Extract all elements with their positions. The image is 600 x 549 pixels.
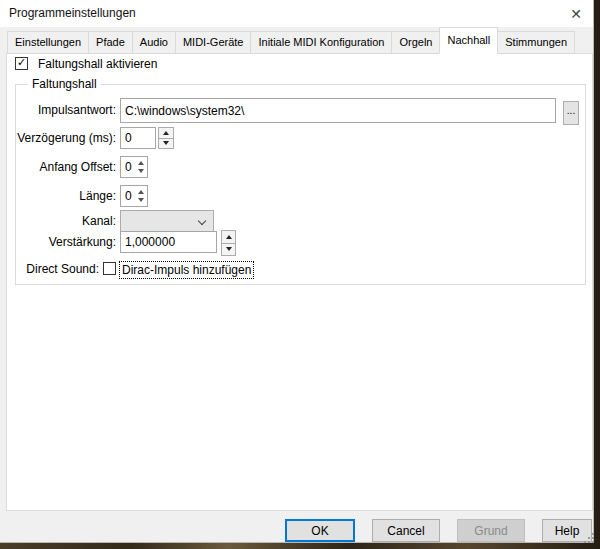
laenge-value: 0 <box>125 186 132 206</box>
tab-pfade[interactable]: Pfade <box>88 31 133 54</box>
laenge-spinner[interactable] <box>135 187 146 205</box>
window-title: Programmeinstellungen <box>9 0 136 27</box>
verzoegerung-input[interactable] <box>120 127 156 149</box>
tab-audio[interactable]: Audio <box>132 31 176 54</box>
spin-up-button[interactable] <box>222 231 235 243</box>
laenge-label: Länge: <box>7 185 116 207</box>
direct-sound-label: Direct Sound: <box>7 262 99 277</box>
anfang-offset-input[interactable]: 0 <box>120 156 148 178</box>
down-arrow-icon <box>163 141 169 145</box>
cancel-button[interactable]: Cancel <box>372 519 440 542</box>
kanal-dropdown[interactable] <box>120 210 214 232</box>
settings-dialog: Programmeinstellungen ✕ Einstellungen Pf… <box>0 0 594 543</box>
anfang-offset-label: Anfang Offset: <box>7 156 116 178</box>
grund-button[interactable]: Grund <box>457 519 525 542</box>
tab-nachhall[interactable]: Nachhall <box>439 27 498 54</box>
group-title: Faltungshall <box>28 77 101 91</box>
down-arrow-icon <box>226 247 232 251</box>
tab-orgeln[interactable]: Orgeln <box>391 31 440 54</box>
laenge-input[interactable]: 0 <box>120 185 148 207</box>
faltungshall-aktivieren-checkbox[interactable]: ✓ <box>15 57 28 70</box>
anfang-offset-value: 0 <box>125 157 132 177</box>
anfang-offset-spinner[interactable] <box>135 158 146 176</box>
dirac-impuls-checkbox[interactable] <box>103 262 116 275</box>
dirac-impuls-checkbox-label[interactable]: Dirac-Impuls hinzufügen <box>119 261 254 279</box>
title-bar[interactable]: Programmeinstellungen ✕ <box>0 0 593 27</box>
tab-initiale-midi-konfiguration[interactable]: Initiale MIDI Konfiguration <box>250 31 392 54</box>
up-arrow-icon <box>138 161 144 165</box>
verstaerkung-spinner[interactable] <box>221 230 236 256</box>
tab-stimmungen[interactable]: Stimmungen <box>497 31 575 54</box>
down-arrow-icon <box>138 169 144 173</box>
resize-grip[interactable] <box>584 533 594 543</box>
impulsantwort-input[interactable] <box>120 98 556 123</box>
spin-down-button[interactable] <box>222 243 235 256</box>
ok-button[interactable]: OK <box>285 519 355 542</box>
tab-strip: Einstellungen Pfade Audio MIDI-Geräte In… <box>7 27 575 54</box>
up-arrow-icon <box>138 190 144 194</box>
spin-up-button[interactable] <box>159 128 173 138</box>
up-arrow-icon <box>163 131 169 135</box>
check-icon: ✓ <box>17 56 26 68</box>
kanal-label: Kanal: <box>7 210 116 232</box>
verstaerkung-input[interactable] <box>120 231 217 253</box>
spin-down-button[interactable] <box>159 138 173 149</box>
impulsantwort-label: Impulsantwort: <box>7 98 116 123</box>
faltungshall-aktivieren-label: Faltungshall aktivieren <box>38 57 157 72</box>
chevron-down-icon <box>198 217 206 225</box>
tab-einstellungen[interactable]: Einstellungen <box>7 31 89 54</box>
nachhall-tab-page: ✓ Faltungshall aktivieren Faltungshall I… <box>6 53 593 511</box>
down-arrow-icon <box>138 198 144 202</box>
desktop-background: Programmeinstellungen ✕ Einstellungen Pf… <box>0 0 600 549</box>
tab-midi-geraete[interactable]: MIDI-Geräte <box>175 31 252 54</box>
verzoegerung-spinner[interactable] <box>158 127 174 149</box>
verstaerkung-label: Verstärkung: <box>7 232 116 253</box>
close-icon[interactable]: ✕ <box>566 4 586 24</box>
browse-button[interactable]: ... <box>563 101 579 125</box>
verzoegerung-label: Verzögerung (ms): <box>7 127 116 149</box>
up-arrow-icon <box>226 235 232 239</box>
